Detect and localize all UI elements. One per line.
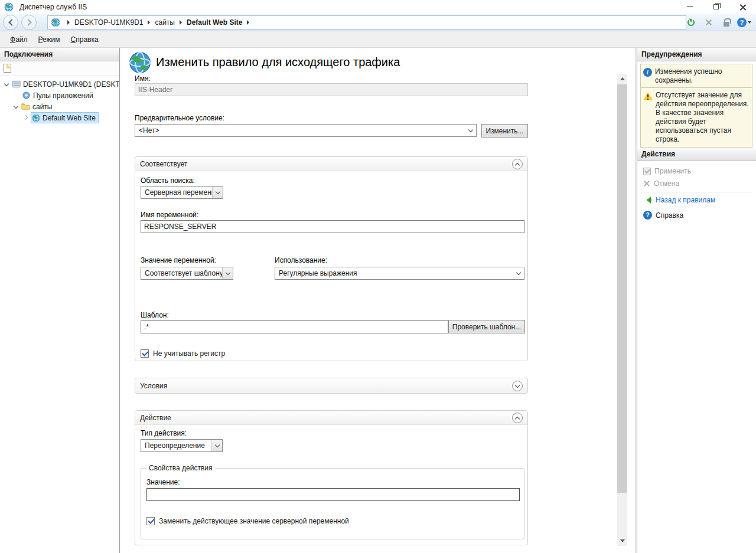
back-to-rules-label: Назад к правилам — [656, 196, 715, 204]
help-button[interactable] — [737, 16, 751, 29]
warning-icon — [643, 92, 653, 100]
restore-icon — [713, 4, 719, 9]
site-globe-icon — [32, 114, 40, 122]
chevron-down-icon — [222, 267, 233, 279]
usage-label: Использование: — [275, 256, 327, 264]
action-value-label: Значение: — [146, 478, 180, 486]
scroll-up-button[interactable] — [617, 74, 627, 84]
back-arrow-icon — [8, 19, 15, 25]
selected-tree-item: Default Web Site — [31, 112, 99, 123]
breadcrumb-separator-icon — [148, 20, 150, 25]
collapse-up-icon[interactable] — [512, 159, 523, 169]
tree-item-label: DESKTOP-U1MK9D1 (DESKTOP — [23, 80, 119, 89]
menu-view[interactable]: Режим — [33, 32, 66, 47]
variable-value-label: Значение переменной: — [141, 256, 216, 264]
refresh-button[interactable] — [684, 16, 698, 29]
expander-open-icon[interactable] — [4, 81, 9, 87]
warning-alert: Отсутствует значение для действия переоп… — [640, 87, 752, 148]
server-icon — [12, 80, 21, 89]
collapse-down-icon[interactable] — [512, 381, 523, 391]
match-section-header[interactable]: Соответствует — [135, 157, 527, 171]
scope-select-value: Серверная переменн — [145, 188, 212, 197]
variable-value-select[interactable]: Соответствует шаблону — [141, 267, 233, 280]
replace-value-checkbox[interactable] — [146, 517, 155, 525]
back-to-rules-action[interactable]: Назад к правилам — [637, 195, 756, 205]
edit-precondition-button[interactable]: Изменить... — [481, 124, 528, 138]
breadcrumb-item-default-web-site[interactable]: Default Web Site — [187, 18, 242, 27]
scroll-down-button[interactable] — [617, 536, 627, 546]
workspace: Подключения DESKTOP-U1MK9D1 (DESKTOP Пул… — [0, 48, 756, 553]
action-type-select[interactable]: Переопределение — [141, 439, 223, 452]
scope-select[interactable]: Серверная переменн — [141, 186, 223, 199]
vertical-scrollbar[interactable] — [617, 74, 627, 546]
connections-panel: Подключения DESKTOP-U1MK9D1 (DESKTOP Пул… — [0, 48, 120, 553]
info-icon — [643, 68, 652, 77]
variable-name-input[interactable] — [141, 220, 524, 233]
ignore-case-checkbox[interactable] — [141, 349, 149, 358]
breadcrumb-separator-icon — [247, 20, 249, 25]
forward-button[interactable] — [21, 15, 37, 30]
collapse-up-icon[interactable] — [512, 413, 523, 423]
actions-divider — [641, 192, 753, 192]
menubar: Файл Режим Справка — [0, 31, 756, 48]
site-globe-icon — [51, 18, 60, 27]
close-icon — [739, 4, 747, 11]
forward-arrow-icon — [25, 19, 31, 25]
warning-alert-text: Отсутствует значение для действия переоп… — [656, 91, 750, 144]
stop-button[interactable] — [702, 16, 716, 29]
back-button[interactable] — [3, 15, 18, 30]
app-pools-icon — [22, 91, 31, 100]
replace-value-label: Заменить действующее значение серверной … — [159, 517, 349, 525]
tree-item-sites[interactable]: сайты — [0, 101, 119, 112]
window-titlebar: Диспетчер служб IIS — [0, 0, 756, 14]
action-type-select-value: Переопределение — [145, 441, 205, 450]
cancel-label: Отмена — [654, 179, 679, 188]
apply-icon — [643, 168, 651, 175]
apply-action[interactable]: Применить — [637, 166, 756, 176]
expander-open-icon[interactable] — [13, 104, 19, 110]
conditions-section-header[interactable]: Условия — [135, 378, 527, 393]
action-value-input[interactable] — [146, 488, 520, 501]
breadcrumb[interactable]: DESKTOP-U1MK9D1 сайты Default Web Site — [47, 15, 686, 30]
menu-help[interactable]: Справка — [66, 32, 104, 47]
action-properties-fieldset: Свойства действия Значение: Заменить дей… — [141, 468, 524, 539]
chevron-down-icon — [513, 267, 524, 279]
scope-label: Область поиска: — [141, 176, 195, 185]
usage-select[interactable]: Регулярные выражения — [275, 267, 524, 280]
action-section-title: Действие — [140, 414, 171, 422]
chevron-up-icon — [620, 77, 625, 80]
variable-value-select-value: Соответствует шаблону — [145, 269, 222, 277]
cancel-action[interactable]: Отмена — [637, 178, 756, 189]
minimize-button[interactable] — [676, 0, 703, 14]
action-section: Действие Тип действия: Переопределение С… — [135, 410, 528, 545]
tree-item-label: Default Web Site — [43, 114, 96, 122]
restore-button[interactable] — [703, 0, 729, 14]
tree-item-app-pools[interactable]: Пулы приложений — [0, 90, 119, 101]
tree-item-server[interactable]: DESKTOP-U1MK9D1 (DESKTOP — [0, 78, 119, 90]
menu-file[interactable]: Файл — [5, 32, 33, 47]
scrollbar-thumb[interactable] — [617, 84, 627, 493]
replace-value-row[interactable]: Заменить действующее значение серверной … — [146, 517, 349, 525]
create-connection-icon[interactable] — [4, 64, 11, 73]
precondition-select[interactable]: <Нет> — [135, 124, 477, 137]
precondition-label: Предварительное условие: — [135, 114, 224, 122]
pattern-input[interactable] — [141, 320, 448, 333]
actions-header: Действия — [637, 148, 756, 161]
name-input[interactable] — [135, 83, 528, 96]
help-icon — [643, 211, 652, 220]
ignore-case-row[interactable]: Не учитывать регистр — [141, 349, 225, 358]
action-section-header[interactable]: Действие — [135, 411, 527, 425]
test-pattern-button[interactable]: Проверить шаблон... — [448, 320, 525, 333]
breadcrumb-item-server[interactable]: DESKTOP-U1MK9D1 — [74, 18, 143, 27]
tree-item-default-web-site[interactable]: Default Web Site — [0, 112, 119, 123]
ignore-case-label: Не учитывать регистр — [153, 349, 225, 358]
chevron-down-icon — [211, 440, 222, 451]
alerts-header: Предупреждения — [637, 48, 756, 61]
close-button[interactable] — [729, 0, 756, 14]
page-title: Изменить правило для исходящего трафика — [156, 55, 400, 69]
breadcrumb-item-sites[interactable]: сайты — [155, 18, 175, 27]
help-action[interactable]: Справка — [637, 210, 756, 221]
window-controls — [676, 0, 756, 14]
expander-closed-icon[interactable] — [22, 115, 28, 121]
lock-button[interactable] — [719, 16, 734, 29]
